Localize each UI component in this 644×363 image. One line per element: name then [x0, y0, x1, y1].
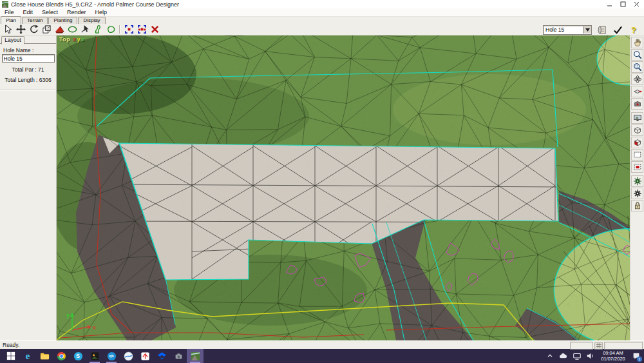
menu-edit[interactable]: Edit: [19, 9, 38, 15]
tab-display[interactable]: Display: [78, 17, 105, 24]
freeform-tool-button[interactable]: [104, 25, 117, 35]
taskbar: e S qb: [0, 349, 644, 363]
menu-file[interactable]: File: [0, 9, 19, 15]
lock-button[interactable]: [631, 200, 643, 211]
confirm-button[interactable]: [611, 25, 624, 35]
taskbar-icon-file-explorer[interactable]: [36, 349, 53, 363]
total-par-value: 71: [38, 66, 44, 73]
move-tool-button[interactable]: [14, 25, 27, 35]
delete-button[interactable]: [148, 25, 161, 35]
tab-strip: Plan Terrain Planting Display: [0, 17, 644, 24]
marquee-icon: [633, 150, 642, 159]
tab-planting[interactable]: Planting: [48, 17, 77, 24]
tray-volume-button[interactable]: [585, 351, 595, 361]
select-region-button[interactable]: [631, 149, 643, 161]
tab-layout[interactable]: Layout: [1, 36, 24, 44]
view-solid-button[interactable]: [631, 124, 643, 136]
hole-name-input[interactable]: [2, 54, 55, 63]
gear-icon: [633, 189, 642, 198]
pan-axis-button[interactable]: [631, 86, 643, 97]
spline-tool-button[interactable]: [91, 25, 104, 35]
taskbar-icon-edge[interactable]: e: [19, 349, 36, 363]
chevron-down-icon[interactable]: [583, 26, 591, 34]
lock-icon: [633, 201, 642, 210]
taskbar-icon-dropbox[interactable]: [153, 349, 170, 363]
settings-button[interactable]: [631, 188, 643, 199]
sprinkler-button[interactable]: [631, 175, 643, 187]
tray-chevron-button[interactable]: [545, 351, 554, 361]
taskbar-icon-chrome[interactable]: [53, 349, 70, 363]
menu-render[interactable]: Render: [62, 9, 91, 15]
pan-button[interactable]: [631, 37, 643, 48]
photo-icon: [90, 351, 100, 361]
hole-selector[interactable]: Hole 15: [543, 25, 592, 35]
viewport-overlay: Top xyz: [59, 36, 85, 43]
zoom-window-button[interactable]: [631, 61, 643, 73]
marquee-red-icon: [633, 162, 642, 172]
grid-icon: [596, 343, 601, 348]
taskbar-icon-quickbooks[interactable]: qb: [103, 349, 120, 363]
chevron-up-icon: [546, 352, 554, 360]
axis-y-label: y: [77, 36, 81, 43]
select-region-fill-button[interactable]: [631, 161, 643, 173]
tab-plan[interactable]: Plan: [1, 16, 21, 24]
clock-time: 09:04 AM: [599, 350, 627, 356]
ellipse-tool-button[interactable]: [66, 25, 79, 35]
render-view-button[interactable]: [631, 112, 643, 124]
maximize-button[interactable]: [619, 1, 627, 8]
zoom-icon: [633, 50, 642, 59]
move-icon: [16, 25, 26, 34]
minimize-icon: [607, 1, 612, 7]
taskbar-icon-camera[interactable]: [170, 349, 187, 363]
close-button[interactable]: [632, 1, 640, 8]
notification-button[interactable]: 1: [631, 351, 641, 361]
minimize-button[interactable]: [605, 1, 613, 8]
maximize-icon: [620, 1, 626, 7]
windows-logo-icon: [6, 351, 15, 360]
taskbar-icon-photos[interactable]: [86, 349, 103, 363]
window-title: Close House Blends H5_9.CRZ - Arnold Pal…: [11, 1, 605, 8]
total-length-value: 6306: [39, 77, 52, 83]
folder-icon: [40, 351, 50, 361]
toolbar-separator: [119, 25, 120, 34]
scale-tool-button[interactable]: [40, 25, 53, 35]
menu-help[interactable]: Help: [91, 9, 112, 15]
scorecard-button[interactable]: [595, 25, 608, 35]
taskbar-icon-sketchup[interactable]: [137, 349, 153, 363]
taskbar-icon-skype[interactable]: S: [70, 349, 86, 363]
taskbar-icon-course-designer[interactable]: [187, 349, 204, 363]
notification-badge: 1: [637, 357, 642, 362]
select-tool-button[interactable]: [1, 25, 14, 35]
ribbon-icon: [93, 25, 103, 34]
tray-onedrive-button[interactable]: [558, 351, 568, 361]
total-length-label: Total Length :: [5, 77, 37, 83]
edge-icon: e: [26, 351, 30, 362]
pick-tool-button[interactable]: [79, 25, 91, 35]
start-button[interactable]: [3, 349, 19, 363]
camera-icon: [175, 352, 183, 360]
axis-x-label: x: [73, 36, 77, 43]
menu-select[interactable]: Select: [37, 9, 62, 15]
sprinkler-icon: [633, 177, 642, 186]
center-all-button[interactable]: [135, 25, 148, 35]
close-icon: [634, 1, 639, 7]
viewport: Top xyz: [57, 35, 630, 340]
contour-tool-button[interactable]: [53, 25, 66, 35]
rotate-tool-button[interactable]: [27, 25, 40, 35]
taskbar-clock[interactable]: 09:04 AM 01/07/2020: [599, 350, 627, 362]
viewport-canvas[interactable]: [57, 35, 630, 340]
taskbar-icon-google-earth[interactable]: [120, 349, 137, 363]
cursor-icon: [3, 25, 13, 34]
tray-network-button[interactable]: [572, 351, 582, 361]
system-tray: 09:04 AM 01/07/2020 1: [545, 350, 644, 362]
camera-height-button[interactable]: [631, 98, 643, 110]
orbit-button[interactable]: [631, 74, 643, 85]
center-view-button[interactable]: [122, 25, 135, 35]
checkmark-icon: [613, 25, 623, 35]
view-textured-button[interactable]: [631, 137, 643, 148]
help-button[interactable]: ?: [627, 25, 640, 35]
camera-box-icon: [633, 99, 642, 108]
status-grid-button[interactable]: [594, 342, 603, 349]
tab-terrain[interactable]: Terrain: [22, 17, 48, 24]
zoom-dynamic-button[interactable]: [631, 49, 643, 61]
